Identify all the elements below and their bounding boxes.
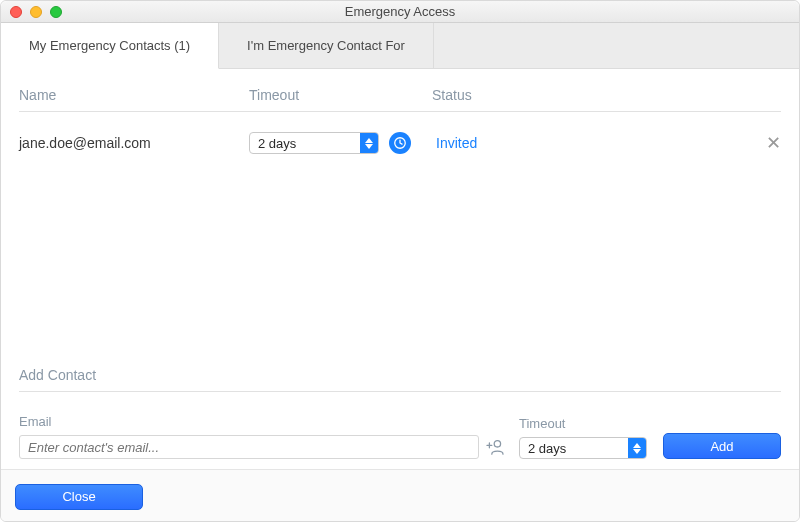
tabbar: My Emergency Contacts (1) I'm Emergency …	[1, 23, 799, 69]
row-email: jane.doe@email.com	[19, 135, 249, 151]
window-titlebar: Emergency Access	[1, 1, 799, 23]
table-row: jane.doe@email.com 2 days Invited ✕	[19, 112, 781, 174]
add-timeout-select[interactable]: 2 days	[519, 437, 647, 459]
add-timeout-value: 2 days	[520, 438, 628, 458]
row-timeout-select[interactable]: 2 days	[249, 132, 379, 154]
svg-point-1	[494, 441, 500, 447]
tab-my-emergency-contacts[interactable]: My Emergency Contacts (1)	[1, 23, 219, 69]
select-stepper-icon	[360, 133, 378, 153]
email-field[interactable]	[19, 435, 479, 459]
row-status: Invited	[432, 135, 757, 151]
window-title: Emergency Access	[1, 4, 799, 19]
window-close-button[interactable]	[10, 6, 22, 18]
clock-icon[interactable]	[389, 132, 411, 154]
add-contact-title: Add Contact	[19, 367, 781, 392]
add-contact-section: Add Contact Email Timeout	[19, 367, 781, 459]
close-button-label: Close	[62, 489, 95, 504]
window-minimize-button[interactable]	[30, 6, 42, 18]
content-area: Name Timeout Status jane.doe@email.com 2…	[1, 69, 799, 469]
col-header-timeout: Timeout	[249, 87, 432, 103]
add-button-label: Add	[710, 439, 733, 454]
col-header-name: Name	[19, 87, 249, 103]
select-stepper-icon	[628, 438, 646, 458]
tab-label: My Emergency Contacts (1)	[29, 38, 190, 53]
traffic-lights	[10, 6, 62, 18]
bottom-bar: Close	[1, 469, 799, 522]
table-header: Name Timeout Status	[19, 69, 781, 112]
timeout-label: Timeout	[519, 416, 649, 431]
row-timeout-value: 2 days	[250, 133, 360, 153]
email-label: Email	[19, 414, 505, 429]
window-zoom-button[interactable]	[50, 6, 62, 18]
close-button[interactable]: Close	[15, 484, 143, 510]
tab-label: I'm Emergency Contact For	[247, 38, 405, 53]
row-remove-button[interactable]: ✕	[757, 132, 781, 154]
add-person-icon[interactable]	[485, 437, 505, 457]
tab-im-emergency-contact-for[interactable]: I'm Emergency Contact For	[219, 23, 434, 68]
col-header-status: Status	[432, 87, 781, 103]
close-icon: ✕	[766, 133, 781, 153]
add-button[interactable]: Add	[663, 433, 781, 459]
